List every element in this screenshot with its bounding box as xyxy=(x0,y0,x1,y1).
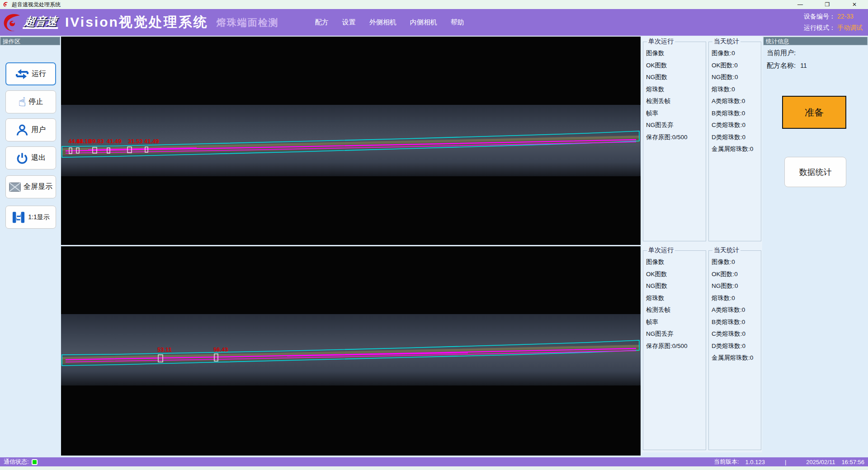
version-label: 当前版本: xyxy=(714,458,739,466)
menu-item[interactable]: 配方 xyxy=(315,18,329,27)
stop-button[interactable]: ☝ 停止 xyxy=(5,90,56,113)
one-to-one-button[interactable]: 1:1显示 xyxy=(5,206,56,229)
daily-stats-title: 当天统计 xyxy=(712,246,741,254)
exit-button[interactable]: 退出 xyxy=(5,146,56,169)
outer-camera-view[interactable]: 44.8443.1839.8341.4931.5341.49 xyxy=(61,37,641,245)
app-title: IVision视觉处理系统 xyxy=(65,13,208,32)
stat-row: OK图数:0 xyxy=(712,60,758,72)
stat-row: 图像数:0 xyxy=(712,256,758,268)
single-run-groupbox: 单次运行 图像数OK图数NG图数熔珠数检测丢帧帧率NG图丢弃保存原图:0/500 xyxy=(643,38,706,241)
stat-row: OK图数 xyxy=(646,60,703,72)
statistics-info-panel: 统计信息 当前用户: 配方名称: 11 准备 数据统计 xyxy=(763,37,868,457)
device-no-value: 22-33 xyxy=(837,11,854,22)
stat-row: NG图数:0 xyxy=(712,71,758,84)
statusbar-separator: | xyxy=(785,459,786,465)
measurement-label: 56.43 xyxy=(213,346,228,353)
measurement-label: 53.11 xyxy=(157,346,172,353)
stat-row: NG图数:0 xyxy=(712,280,758,292)
menu-item[interactable]: 外侧相机 xyxy=(369,18,396,27)
daily-stats-title: 当天统计 xyxy=(712,38,741,46)
brand-logo-text: 超音速 xyxy=(23,15,60,29)
stat-row: 帧率 xyxy=(646,108,703,120)
inner-camera-view[interactable]: 53.1156.43 xyxy=(61,246,641,456)
one-to-one-button-label: 1:1显示 xyxy=(28,213,49,221)
stop-hand-icon: ☝ xyxy=(18,96,26,108)
status-bar: 通信状态: 当前版本: 1.0.123 | 2025/02/11 16:57:5… xyxy=(0,457,868,466)
time-value: 16:57:56 xyxy=(841,459,864,465)
stat-row: C类熔珠数:0 xyxy=(712,119,758,132)
fullscreen-button-label: 全屏显示 xyxy=(24,182,52,192)
stat-row: NG图数 xyxy=(646,71,703,84)
brand: 超音速 IVision视觉处理系统 熔珠端面检测 xyxy=(0,12,279,33)
stat-row: OK图数 xyxy=(646,268,703,281)
maximize-button[interactable]: ❐ xyxy=(814,0,841,9)
stat-row: D类熔珠数:0 xyxy=(712,132,758,144)
ready-button[interactable]: 准备 xyxy=(782,96,846,129)
measurement-label: 41.49 xyxy=(144,138,159,145)
stat-row: 保存原图:0/500 xyxy=(646,340,703,352)
stat-row: C类熔珠数:0 xyxy=(712,328,758,340)
run-mode-label: 运行模式： xyxy=(804,22,835,33)
header-bar: 超音速 IVision视觉处理系统 熔珠端面检测 配方设置外侧相机内侧相机帮助 … xyxy=(0,9,868,36)
stat-row: 图像数:0 xyxy=(712,47,758,60)
menu-item[interactable]: 内侧相机 xyxy=(410,18,437,27)
menu-item[interactable]: 帮助 xyxy=(451,18,464,27)
stat-row: 帧率 xyxy=(646,316,703,329)
inner-camera-stats: 单次运行 图像数OK图数NG图数熔珠数检测丢帧帧率NG图丢弃保存原图:0/500… xyxy=(642,245,762,452)
one-to-one-icon xyxy=(12,211,25,224)
device-no-label: 设备编号： xyxy=(804,11,835,22)
stat-row: 金属屑熔珠数:0 xyxy=(712,143,758,155)
stat-row: B类熔珠数:0 xyxy=(712,108,758,120)
comm-status-label: 通信状态: xyxy=(4,458,29,466)
app-subtitle: 熔珠端面检测 xyxy=(217,16,279,29)
date-value: 2025/02/11 xyxy=(806,459,835,465)
stat-row: 熔珠数 xyxy=(646,292,703,305)
stat-row: 熔珠数:0 xyxy=(712,84,758,96)
recipe-name-label: 配方名称: xyxy=(767,61,796,70)
recipe-name-value: 11 xyxy=(800,61,807,70)
stat-row: 图像数 xyxy=(646,47,703,60)
current-user-label: 当前用户: xyxy=(767,48,796,58)
device-info: 设备编号： 22-33 运行模式： 手动调试 xyxy=(804,11,863,33)
brand-swoosh-icon xyxy=(2,12,24,33)
daily-stats-groupbox: 当天统计 图像数:0OK图数:0NG图数:0熔珠数:0A类熔珠数:0B类熔珠数:… xyxy=(708,246,761,450)
user-icon xyxy=(16,124,28,136)
stat-row: 图像数 xyxy=(646,256,703,268)
stat-row: A类熔珠数:0 xyxy=(712,304,758,316)
measurement-label: 31.53 xyxy=(128,138,143,145)
app-logo-icon xyxy=(3,1,9,8)
minimize-button[interactable]: — xyxy=(787,0,814,9)
stat-row: D类熔珠数:0 xyxy=(712,340,758,352)
single-run-title: 单次运行 xyxy=(647,246,675,254)
run-button-label: 运行 xyxy=(32,69,46,79)
measurement-label: 41.49 xyxy=(107,138,122,145)
stat-row: 熔珠数:0 xyxy=(712,292,758,305)
stat-row: NG图丢弃 xyxy=(646,119,703,132)
stat-row: 检测丢帧 xyxy=(646,304,703,316)
outer-camera-stats: 单次运行 图像数OK图数NG图数熔珠数检测丢帧帧率NG图丢弃保存原图:0/500… xyxy=(642,37,762,243)
user-button-label: 用户 xyxy=(31,125,46,135)
weld-bead-overlay xyxy=(61,246,641,456)
single-run-title: 单次运行 xyxy=(647,38,675,46)
user-button[interactable]: 用户 xyxy=(5,118,56,141)
menu-item[interactable]: 设置 xyxy=(342,18,356,27)
run-button[interactable]: 运行 xyxy=(5,62,56,85)
data-statistics-button[interactable]: 数据统计 xyxy=(784,157,846,187)
stat-row: NG图数 xyxy=(646,280,703,292)
stat-row: A类熔珠数:0 xyxy=(712,95,758,108)
stat-row: 保存原图:0/500 xyxy=(646,132,703,144)
stat-row: OK图数:0 xyxy=(712,268,758,281)
fullscreen-icon xyxy=(9,182,21,192)
stop-button-label: 停止 xyxy=(29,97,43,107)
exit-button-label: 退出 xyxy=(31,153,46,163)
fullscreen-button[interactable]: 全屏显示 xyxy=(5,175,56,198)
version-value: 1.0.123 xyxy=(745,459,765,465)
window-title: 超音速视觉处理系统 xyxy=(12,1,61,9)
operation-area-caption: 操作区 xyxy=(0,37,60,45)
title-bar: 超音速视觉处理系统 — ❐ ✕ xyxy=(0,0,868,9)
stat-row: NG图丢弃 xyxy=(646,328,703,340)
stat-row: 金属屑熔珠数:0 xyxy=(712,352,758,364)
single-run-groupbox: 单次运行 图像数OK图数NG图数熔珠数检测丢帧帧率NG图丢弃保存原图:0/500 xyxy=(643,246,706,450)
close-button[interactable]: ✕ xyxy=(841,0,868,9)
main-menu: 配方设置外侧相机内侧相机帮助 xyxy=(315,18,464,27)
